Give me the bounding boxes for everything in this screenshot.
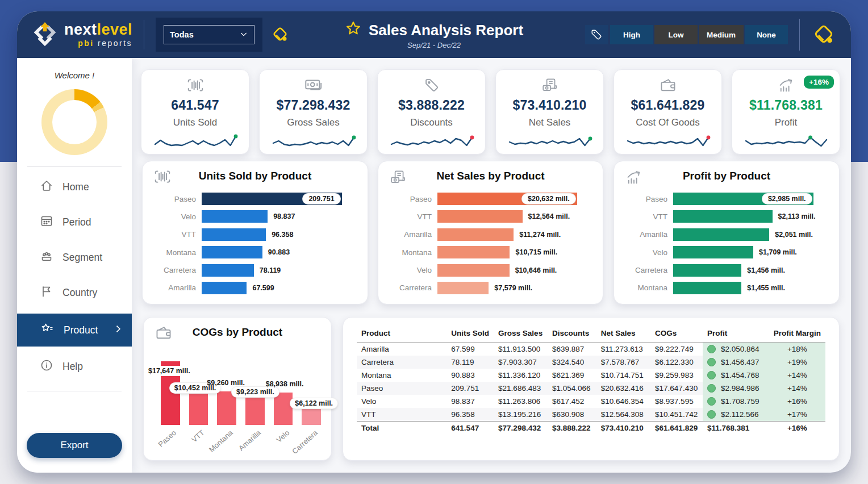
- table-cell: $11.273.613: [596, 343, 650, 356]
- kpi-value: 641.547: [171, 98, 219, 113]
- column-header-profit-margin: Profit Margin: [769, 327, 825, 343]
- sidebar-item-country[interactable]: Country: [17, 276, 132, 309]
- brand-logo-text: nextlevel pbi reports: [64, 22, 132, 47]
- priority-button-high[interactable]: High: [610, 25, 653, 44]
- bar-carretera[interactable]: [437, 282, 489, 294]
- category-label: Carretera: [290, 428, 319, 456]
- bar-velo[interactable]: [437, 264, 510, 277]
- bar-carretera[interactable]: [673, 264, 741, 277]
- priority-slicer-group: HighLowMediumNone: [585, 19, 836, 51]
- bar-row-amarilla: Amarilla 67.599: [151, 281, 357, 295]
- priority-button-medium[interactable]: Medium: [699, 25, 744, 44]
- header-divider-right: [799, 19, 800, 51]
- total-cell: +16%: [769, 422, 825, 435]
- desktop-background: nextlevel pbi reports Todas: [0, 0, 868, 484]
- report-body: 641.547 Units Sold $77.298.432 Gross Sal…: [132, 58, 851, 473]
- bar-montana[interactable]: [673, 282, 741, 294]
- profit-dot-icon: [707, 410, 716, 419]
- profit-cell: $2.050.864: [703, 343, 769, 356]
- bar-vtt[interactable]: [202, 228, 266, 241]
- chevron-down-icon: [239, 30, 248, 40]
- export-button[interactable]: Export: [27, 433, 122, 458]
- sidebar-item-home[interactable]: Home: [17, 170, 132, 203]
- column-carretera: $6,122 mill. Carretera: [302, 353, 321, 425]
- bar-amarilla[interactable]: [437, 228, 514, 241]
- table-cell: $7.578.767: [596, 356, 650, 369]
- profit-cell: $2.112.566: [703, 408, 769, 422]
- sidebar-item-product[interactable]: Product: [17, 314, 132, 347]
- wallet-icon: [155, 326, 172, 343]
- clear-all-filters-eraser-icon[interactable]: [811, 22, 836, 48]
- total-cell: $73.410.210: [596, 422, 650, 435]
- bar-value-label: 67.599: [252, 281, 274, 295]
- profit-dot-icon: [707, 384, 716, 393]
- profit-margin-cell: +18%: [769, 343, 825, 356]
- table-row-montana: Montana90.883$11.336.120$621.369$10.714.…: [357, 369, 825, 382]
- chart-title: Net Sales by Product: [378, 170, 603, 182]
- bar-value-label: $12,564 mill.: [528, 210, 570, 223]
- category-label: Amarilla: [622, 230, 673, 239]
- category-label: Amarilla: [237, 428, 262, 453]
- bar-velo[interactable]: [274, 393, 293, 425]
- sidebar-item-help[interactable]: Help: [17, 350, 132, 383]
- net-sales-by-product-chart: Net Sales by Product Paseo $20,632 mill.…: [378, 161, 603, 304]
- bar-amarilla[interactable]: [202, 282, 247, 294]
- column-header-gross-sales: Gross Sales: [494, 327, 548, 343]
- column-value-label: $9,223 mill.: [232, 387, 279, 397]
- priority-button-none[interactable]: None: [745, 25, 788, 44]
- column-plot-area: $17,647 mill. Paseo $10,452 mill. VTT $9…: [161, 353, 321, 425]
- report-header: nextlevel pbi reports Todas: [17, 11, 851, 58]
- bar-velo[interactable]: [202, 210, 268, 223]
- bar-row-velo: Velo $10,646 mill.: [386, 264, 592, 277]
- priority-button-low[interactable]: Low: [654, 25, 698, 44]
- profit-dot-icon: [707, 371, 716, 379]
- kpi-label: Gross Sales: [287, 117, 340, 128]
- welcome-donut-chart: [41, 89, 107, 155]
- bar-paseo[interactable]: $2,985 mill.: [673, 193, 813, 205]
- priority-tag-icon[interactable]: [585, 25, 608, 44]
- table-cell: $9.222.749: [650, 343, 703, 356]
- bar-value-label: 209.751: [303, 194, 340, 204]
- bar-amarilla[interactable]: [673, 228, 769, 241]
- sidebar-item-label: Country: [62, 287, 97, 299]
- bar-value-label: 78.119: [260, 264, 281, 277]
- table-cell: $630.908: [548, 408, 596, 422]
- bar-value-label: $11,274 mill.: [519, 228, 561, 241]
- sidebar-item-period[interactable]: Period: [17, 206, 132, 239]
- bar-montana[interactable]: [202, 246, 262, 258]
- column-value-label: $17,647 mill.: [146, 366, 193, 376]
- table-cell: $21.686.483: [494, 382, 548, 395]
- sidebar-item-segment[interactable]: Segment: [17, 241, 132, 274]
- kpi-card-cost-of-goods: $61.641.829 Cost Of Goods: [614, 69, 722, 155]
- filter-slicer: Todas: [156, 18, 262, 52]
- profit-margin-cell: +14%: [769, 369, 825, 382]
- clear-filter-eraser-icon[interactable]: [270, 24, 290, 45]
- bar-paseo[interactable]: 209.751: [202, 193, 342, 205]
- bar-montana[interactable]: [437, 246, 510, 258]
- report-title-block: Sales Analysis Report Sep/21 - Dec/22: [345, 20, 523, 49]
- sidebar-item-label: Period: [62, 216, 91, 228]
- category-label: VTT: [151, 230, 202, 239]
- filter-selected-value: Todas: [170, 30, 194, 39]
- bar-carretera[interactable]: [202, 264, 254, 277]
- bar-paseo[interactable]: $20,632 mill.: [437, 193, 577, 205]
- bar-montana[interactable]: [217, 391, 236, 425]
- table-cell: $639.887: [548, 343, 596, 356]
- profit-dot-icon: [707, 358, 716, 366]
- product-summary-table-card: ProductUnits SoldGross SalesDiscountsNet…: [343, 317, 840, 461]
- column-value-label: $8,938 mill.: [266, 380, 304, 388]
- table-cell: Paseo: [357, 382, 446, 395]
- table-row-amarilla: Amarilla67.599$11.913.500$639.887$11.273…: [357, 343, 825, 356]
- category-label: Paseo: [622, 195, 673, 203]
- column-header-profit: Profit: [703, 327, 769, 343]
- bar-velo[interactable]: [673, 246, 753, 258]
- kpi-label: Profit: [775, 117, 798, 128]
- report-filter-dropdown[interactable]: Todas: [164, 25, 254, 44]
- bar-vtt[interactable]: [437, 210, 523, 223]
- column-amarilla: $9,223 mill. Amarilla: [245, 353, 265, 425]
- column-value-label: $6,122 mill.: [290, 398, 337, 408]
- total-cell: $61.641.829: [650, 422, 703, 435]
- bar-vtt[interactable]: [673, 210, 773, 223]
- report-canvas: nextlevel pbi reports Todas: [17, 11, 851, 473]
- category-label: Montana: [207, 428, 235, 454]
